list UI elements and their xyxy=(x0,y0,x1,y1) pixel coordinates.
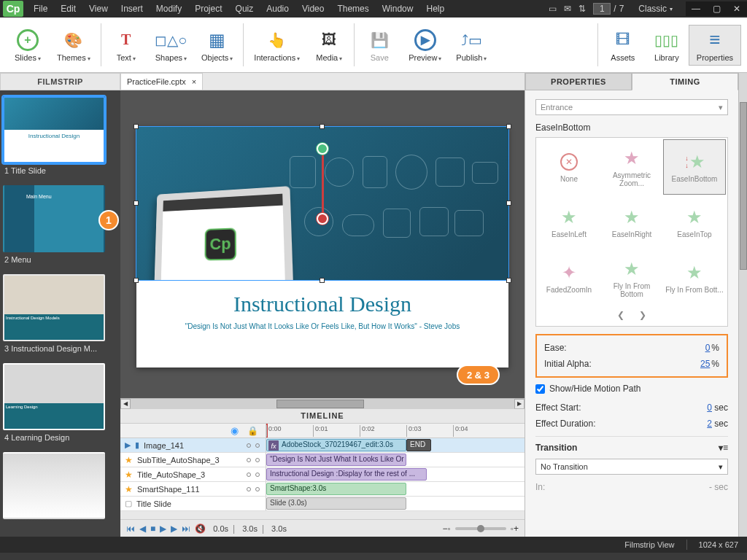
resize-handle[interactable] xyxy=(320,278,325,283)
properties-button[interactable]: ≡Properties xyxy=(689,25,741,66)
tl-play-button[interactable]: ▶ xyxy=(160,524,166,534)
show-path-checkbox[interactable] xyxy=(535,384,545,394)
zoom-out-icon[interactable]: −◦ xyxy=(442,524,450,534)
slides-button[interactable]: +Slides xyxy=(6,26,50,65)
transition-section[interactable]: Transition▾≡ xyxy=(535,436,728,456)
timeline-row[interactable]: ★Title_AutoShape_3 Instructional Design … xyxy=(120,467,525,482)
slide-stage[interactable]: Cp Instructional Design xyxy=(136,127,508,368)
menu-audio[interactable]: Audio xyxy=(260,1,295,17)
resize-handle[interactable] xyxy=(506,201,511,206)
scroll-track[interactable] xyxy=(131,399,514,409)
zoom-slider-thumb[interactable] xyxy=(477,525,484,532)
grid-next-button[interactable]: ❯ xyxy=(639,310,646,320)
show-motion-path-row[interactable]: Show/Hide Motion Path xyxy=(535,378,728,400)
menu-project[interactable]: Project xyxy=(189,1,228,17)
lock-icon[interactable]: 🔒 xyxy=(247,426,258,436)
zoom-in-icon[interactable]: ◦+ xyxy=(511,524,519,534)
themes-button[interactable]: 🎨Themes xyxy=(50,26,98,65)
tl-prev-button[interactable]: ◀ xyxy=(139,524,146,534)
slide-thumb-4[interactable]: Learning Design 4 Learning Design xyxy=(3,363,115,448)
effect-easeinbottom[interactable]: ↓ ↓★EaseInBottom xyxy=(663,139,726,195)
media-button[interactable]: 🖼Media xyxy=(307,26,351,65)
timeline-row[interactable]: ★SmartShape_111 SmartShape:3.0s xyxy=(120,482,525,497)
mail-icon[interactable]: ✉ xyxy=(564,4,571,14)
effect-flyin-bott2[interactable]: ★Fly In From Bott... xyxy=(663,250,726,306)
timeline-row[interactable]: ▢Title Slide Slide (3.0s) xyxy=(120,497,525,511)
slide-thumb-2[interactable]: Main Menu 1 2 Menu xyxy=(3,185,115,270)
maximize-button[interactable]: ▢ xyxy=(706,1,727,16)
properties-tab[interactable]: PROPERTIES xyxy=(525,73,632,90)
save-button[interactable]: 💾Save xyxy=(357,26,401,65)
interactions-button[interactable]: 👆Interactions xyxy=(247,26,307,65)
timeline-ruler[interactable]: 0:00 0:01 0:02 0:03 0:04 xyxy=(266,424,525,438)
tl-first-button[interactable]: ⏮ xyxy=(126,524,135,534)
shapes-button[interactable]: ◻△○Shapes xyxy=(148,26,194,65)
document-tab[interactable]: PracticeFile.cptx × xyxy=(120,73,203,90)
resize-handle[interactable] xyxy=(506,124,511,129)
effect-fadedzoomin[interactable]: ✦FadedZoomIn xyxy=(538,250,600,306)
preview-button[interactable]: ▶Preview xyxy=(401,26,449,65)
resize-handle[interactable] xyxy=(133,201,139,206)
timeline-row[interactable]: ▶▮Image_141 fxAdobeStock_370219467_edit:… xyxy=(120,438,525,453)
canvas-area[interactable]: Cp Instructional Design xyxy=(120,90,525,398)
ease-value[interactable]: 0 xyxy=(705,343,711,353)
right-scrollbar[interactable] xyxy=(738,73,747,537)
resize-handle[interactable] xyxy=(133,278,139,283)
timeline-row[interactable]: ★SubTitle_AutoShape_3 "Design Is Not Jus… xyxy=(120,453,525,467)
resize-handle[interactable] xyxy=(320,124,325,129)
slide-thumb-3[interactable]: Instructional Design Models 3 Instructio… xyxy=(3,274,115,359)
filmstrip-scroll[interactable]: Instructional Design 1 Title Slide Main … xyxy=(0,90,120,537)
effect-easeinright[interactable]: ★EaseInRight xyxy=(600,195,663,250)
library-button[interactable]: ▯▯▯Library xyxy=(645,25,689,66)
resize-handle[interactable] xyxy=(506,278,511,283)
assets-button[interactable]: 🎞Assets xyxy=(601,25,645,66)
transition-dropdown[interactable]: No Transition▾ xyxy=(535,459,728,475)
canvas-hscroll[interactable]: ◀ ▶ xyxy=(120,398,525,408)
tl-next-button[interactable]: ▶ xyxy=(171,524,177,534)
effect-easeinleft[interactable]: ★EaseInLeft xyxy=(538,195,600,250)
slide-title[interactable]: Instructional Design xyxy=(136,280,508,316)
grid-prev-button[interactable]: ❮ xyxy=(617,310,624,320)
scroll-thumb[interactable] xyxy=(276,400,364,408)
effect-asymzoom[interactable]: ★Asymmetric Zoom... xyxy=(600,139,663,195)
timing-tab[interactable]: TIMING xyxy=(632,73,738,90)
menu-file[interactable]: File xyxy=(28,1,53,17)
motion-start-marker[interactable] xyxy=(317,143,328,155)
scroll-right-button[interactable]: ▶ xyxy=(514,399,525,409)
page-current[interactable]: 1 xyxy=(593,3,611,15)
dur-value[interactable]: 2 xyxy=(707,419,712,429)
menu-insert[interactable]: Insert xyxy=(115,1,149,17)
menu-video[interactable]: Video xyxy=(296,1,330,17)
menu-quiz[interactable]: Quiz xyxy=(230,1,260,17)
publish-button[interactable]: ⤴▭Publish xyxy=(449,26,494,65)
menu-edit[interactable]: Edit xyxy=(55,1,82,17)
slide-thumb-1[interactable]: Instructional Design 1 Title Slide xyxy=(3,96,115,181)
scroll-left-button[interactable]: ◀ xyxy=(120,399,131,409)
resize-handle[interactable] xyxy=(133,124,139,129)
tl-stop-button[interactable]: ■ xyxy=(150,524,155,534)
motion-end-marker[interactable] xyxy=(317,213,328,225)
close-button[interactable]: ✕ xyxy=(727,1,747,16)
entrance-dropdown[interactable]: Entrance▾ xyxy=(535,99,728,115)
slide-thumb-5[interactable] xyxy=(3,452,115,519)
screen-icon[interactable]: ▭ xyxy=(549,4,557,14)
sync-icon[interactable]: ⇅ xyxy=(578,4,586,14)
objects-button[interactable]: ▦Objects xyxy=(194,26,240,65)
effect-none[interactable]: None xyxy=(538,139,600,195)
tl-mute-button[interactable]: 🔇 xyxy=(195,524,206,534)
menu-themes[interactable]: Themes xyxy=(331,1,374,17)
effect-easeintop[interactable]: ★EaseInTop xyxy=(663,195,726,250)
menu-help[interactable]: Help xyxy=(420,1,450,17)
start-value[interactable]: 0 xyxy=(707,402,712,413)
tl-last-button[interactable]: ⏭ xyxy=(182,524,190,534)
minimize-button[interactable]: — xyxy=(686,1,706,16)
menu-view[interactable]: View xyxy=(83,1,114,17)
menu-window[interactable]: Window xyxy=(376,1,419,17)
effect-flyin-bottom[interactable]: ★Fly In From Bottom xyxy=(600,250,663,306)
timeline-zoom[interactable]: −◦ ◦+ xyxy=(442,524,519,534)
visibility-icon[interactable]: ◉ xyxy=(231,425,239,436)
slide-subtitle[interactable]: "Design Is Not Just What It Looks Like O… xyxy=(136,316,508,330)
scrollbar-thumb[interactable] xyxy=(740,102,747,270)
close-tab-icon[interactable]: × xyxy=(192,77,196,86)
workspace-selector[interactable]: Classic▾ xyxy=(631,4,680,14)
